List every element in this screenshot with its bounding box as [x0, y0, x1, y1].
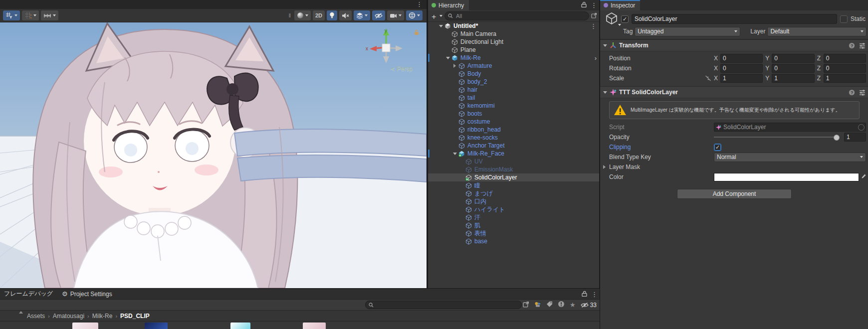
hierarchy-item-hair[interactable]: hair — [428, 86, 599, 94]
transform-rotation-z-field[interactable]: 0 — [824, 64, 866, 73]
project-settings-tab[interactable]: ⚙ Project Settings — [62, 290, 112, 298]
script-object-field[interactable]: SolidColorLayer — [714, 123, 866, 132]
project-search[interactable] — [365, 301, 522, 309]
perspective-indicator[interactable]: ≺ Persp — [390, 65, 413, 72]
eyedropper-icon[interactable] — [861, 174, 866, 180]
hierarchy-item-Anchor_Target[interactable]: Anchor Target — [428, 142, 599, 150]
asset-thumbnail-1[interactable] — [72, 323, 98, 329]
item-menu-kebab-icon[interactable]: ⋮ — [590, 23, 597, 29]
hierarchy-item-knee-socks[interactable]: knee-socks — [428, 134, 599, 142]
hierarchy-item-Body[interactable]: Body — [428, 70, 599, 78]
hierarchy-item-_[interactable]: 口内 — [428, 197, 599, 205]
breadcrumb-item-PSD_CLIP[interactable]: PSD_CLIP — [120, 313, 150, 320]
color-swatch[interactable] — [714, 173, 859, 181]
asset-thumbnail-4[interactable] — [303, 323, 326, 329]
grid-y-button[interactable]: Y — [3, 10, 20, 20]
hierarchy-item-Milk-Re[interactable]: >Milk-Re› — [428, 54, 599, 62]
preset-menu-icon[interactable] — [859, 42, 866, 49]
hierarchy-item-tail[interactable]: tail — [428, 94, 599, 102]
hierarchy-item-Directional_Light[interactable]: Directional Light — [428, 38, 599, 46]
inspector-tab[interactable]: Inspector — [600, 0, 640, 10]
transform-scale-y-field[interactable]: 1 — [772, 74, 814, 83]
hierarchy-item-_[interactable]: ハイライト — [428, 205, 599, 213]
transform-rotation-x-field[interactable]: 0 — [720, 64, 763, 73]
opacity-slider-knob[interactable] — [834, 135, 840, 141]
layers-button[interactable] — [354, 10, 370, 20]
foldout-arrow-icon[interactable] — [603, 91, 607, 94]
active-checkbox[interactable]: ✓ — [621, 15, 629, 23]
dropdown-caret-icon[interactable] — [53, 14, 56, 16]
opacity-value-field[interactable]: 1 — [844, 133, 866, 142]
transform-position-y-field[interactable]: 0 — [772, 54, 814, 63]
hierarchy-item-Plane[interactable]: Plane — [428, 46, 599, 54]
hierarchy-item-body_2[interactable]: body_2 — [428, 78, 599, 86]
audio-muted-button[interactable] — [339, 10, 352, 20]
scene-orientation-gizmo[interactable]: y x — [365, 26, 408, 68]
transform-scale-z-field[interactable]: 1 — [824, 74, 866, 83]
scene-lock-icon[interactable] — [414, 29, 420, 37]
hierarchy-item-_[interactable]: 表情 — [428, 229, 599, 237]
snap-grid-button[interactable] — [22, 10, 39, 20]
static-checkbox[interactable] — [840, 15, 848, 23]
asset-thumbnail-2[interactable] — [145, 323, 168, 329]
scroll-up-arrow-icon[interactable] — [19, 311, 23, 314]
hierarchy-item-base[interactable]: base — [428, 237, 599, 245]
help-icon[interactable]: ? — [849, 42, 855, 49]
breadcrumb-item-Milk-Re[interactable]: Milk-Re — [92, 313, 113, 320]
opacity-slider[interactable] — [714, 137, 839, 138]
project-lock-icon[interactable] — [582, 291, 587, 298]
hierarchy-lock-icon[interactable] — [581, 1, 587, 9]
hierarchy-search-input[interactable] — [455, 12, 586, 19]
gizmo-sphere-button[interactable] — [406, 10, 423, 20]
scene-menu-kebab-icon[interactable]: ⋮ — [416, 1, 423, 7]
preset-menu-icon[interactable] — [859, 89, 866, 96]
hierarchy-item-kemomimi[interactable]: kemomimi — [428, 102, 599, 110]
mode-2d-button[interactable]: 2D — [313, 10, 325, 20]
hierarchy-search[interactable] — [444, 11, 589, 20]
layer-mask-foldout-icon[interactable] — [603, 165, 606, 169]
open-prefab-chevron-icon[interactable]: › — [595, 54, 597, 62]
shaded-sphere-button[interactable] — [294, 10, 311, 20]
hierarchy-item-SolidColorLayer[interactable]: SolidColorLayer — [428, 173, 599, 181]
eye-off-button[interactable] — [372, 10, 385, 20]
hierarchy-item-Untitled_[interactable]: >Untitled*⋮ — [428, 22, 599, 30]
tag-dropdown[interactable]: Untagged — [635, 27, 740, 36]
transform-position-z-field[interactable]: 0 — [824, 54, 866, 63]
dropdown-caret-icon[interactable] — [365, 14, 368, 16]
project-menu-kebab-icon[interactable]: ⋮ — [591, 291, 598, 298]
hierarchy-item-_[interactable]: まつげ — [428, 189, 599, 197]
dropdown-caret-icon[interactable] — [305, 14, 308, 16]
hierarchy-item-costume[interactable]: costume — [428, 118, 599, 126]
hierarchy-menu-kebab-icon[interactable]: ⋮ — [591, 2, 597, 8]
hierarchy-tab[interactable]: Hierarchy — [428, 0, 469, 10]
transform-position-x-field[interactable]: 0 — [720, 54, 763, 63]
expand-arrow-icon[interactable] — [452, 64, 457, 68]
dropdown-caret-icon[interactable] — [417, 14, 420, 16]
help-icon[interactable]: ? — [849, 89, 855, 96]
asset-type-filter-icon[interactable] — [534, 301, 541, 309]
expand-arrow-icon[interactable] — [438, 25, 443, 27]
add-object-caret-icon[interactable] — [439, 15, 442, 17]
hierarchy-item-EmissionMask[interactable]: EmissionMask — [428, 165, 599, 173]
object-picker-icon[interactable] — [858, 124, 865, 131]
expand-arrow-icon[interactable] — [445, 57, 450, 59]
lightbulb-button[interactable] — [327, 10, 337, 20]
add-component-button[interactable]: Add Component — [677, 189, 792, 199]
hierarchy-item-_[interactable]: 瞳 — [428, 181, 599, 189]
breadcrumb-item-Amatousagi[interactable]: Amatousagi — [53, 313, 84, 320]
clipping-checkbox[interactable]: ✓ — [714, 144, 721, 151]
hierarchy-item-_[interactable]: 汗 — [428, 213, 599, 221]
blend-type-dropdown[interactable]: Normal — [714, 153, 866, 162]
camera-button[interactable] — [387, 10, 404, 20]
favorites-star-icon[interactable]: ★ — [570, 301, 576, 309]
dropdown-caret-icon[interactable] — [33, 14, 36, 16]
label-filter-icon[interactable] — [546, 301, 553, 309]
hierarchy-item-ribbon_head[interactable]: ribbon_head — [428, 126, 599, 134]
object-name-field[interactable] — [632, 14, 837, 24]
open-search-window-icon[interactable] — [591, 12, 597, 20]
alert-icon[interactable] — [558, 301, 565, 309]
ruler-button[interactable] — [41, 10, 58, 20]
toolbar-drag-handle[interactable]: ‖ — [288, 12, 291, 18]
hierarchy-item-UV[interactable]: UV — [428, 158, 599, 165]
open-search-window-icon[interactable] — [523, 301, 529, 309]
